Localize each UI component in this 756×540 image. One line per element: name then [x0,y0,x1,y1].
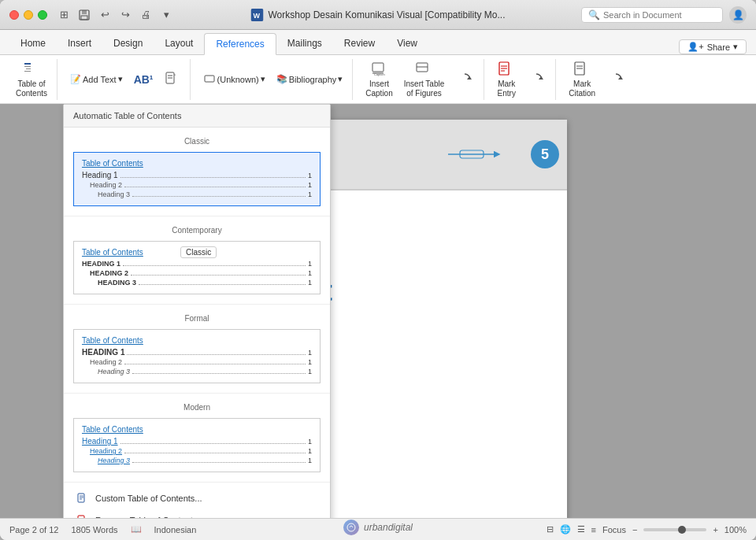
word-count: 1805 Words [71,525,117,534]
classic-tooltip: Classic [180,246,217,258]
page-info: Page 2 of 12 [9,525,58,534]
tab-insert[interactable]: Insert [57,32,102,54]
undo-icon[interactable]: ↩ [98,8,112,22]
insert-footnote-button[interactable]: ¹ [160,68,185,91]
svg-point-37 [347,523,355,531]
web-icon[interactable]: 🌐 [560,524,571,534]
svg-rect-8 [24,71,31,72]
toc-modern-h3: Heading 3 1 [82,457,312,465]
toc-dropdown: Automatic Table of Contents Classic Tabl… [63,104,331,518]
footnotes-group: 📝 Add Text ▾ AB¹ ¹ [61,59,191,100]
bibliography-chevron: ▾ [338,74,343,84]
tab-design[interactable]: Design [102,32,154,54]
share-button[interactable]: 👤+ Share ▾ [679,39,747,54]
table-figures-label: Insert Tableof Figures [404,80,445,98]
more-icon[interactable]: ▾ [159,8,173,22]
toc-modern-h2: Heading 2 1 [82,447,312,457]
update-icon: AB¹ [134,73,154,86]
traffic-lights [9,10,47,20]
svg-rect-1 [82,10,87,14]
caption-icon: Caption [371,61,388,78]
update-citations-button[interactable] [602,61,630,98]
close-button[interactable] [9,10,19,20]
citations-group: (Unknown) ▾ 📚 Bibliography ▾ [194,59,354,100]
toc-group: Table ofContents [6,59,57,100]
update-citations-icon [607,71,624,88]
zoom-out-icon[interactable]: − [632,525,637,534]
svg-marker-24 [539,76,543,80]
table-figures-icon [415,61,432,78]
svg-rect-13 [205,76,214,82]
insert-table-figures-button[interactable]: Insert Tableof Figures [399,61,450,98]
app-window: ⊞ ↩ ↪ 🖨 ▾ W Workshop Desain Komunikasi V… [0,0,756,540]
mark-citation-button[interactable]: MarkCitation [564,61,600,98]
toc-modern-title: Table of Contents [82,425,312,434]
svg-rect-14 [372,63,384,72]
captions-group: Caption InsertCaption Insert Tableof Fig… [356,59,484,100]
update-table-button[interactable]: AB¹ [129,71,158,88]
mark-entry-label: MarkEntry [498,80,516,98]
doc-arrows [444,146,515,163]
contemporary-label: Contemporary [73,223,321,238]
formal-label: Formal [73,311,321,326]
toc-modern-preview[interactable]: Table of Contents Heading 1 1 Heading 2 … [73,418,321,472]
search-bar[interactable]: 🔍 [581,7,723,23]
language: Indonesian [154,525,197,534]
update-figures-button[interactable] [450,61,479,98]
tab-view[interactable]: View [386,32,428,54]
toc-formal-h1: HEADING 1 1 [82,348,312,358]
tab-layout[interactable]: Layout [154,32,204,54]
remove-toc-action[interactable]: Remove Table of Contents [64,509,330,518]
arrow-diagram [444,146,515,163]
svg-text:W: W [253,12,260,20]
minimize-button[interactable] [24,10,33,20]
toc-formal-section: Formal Table of Contents HEADING 1 1 Hea… [64,305,330,394]
tab-mailings[interactable]: Mailings [276,32,333,54]
focus-label[interactable]: Focus [602,525,626,534]
dropdown-actions: Custom Table of Contents... Remove Table… [64,483,330,518]
watermark: urbandigital [343,520,413,535]
insert-caption-button[interactable]: Caption InsertCaption [361,61,397,98]
toc-classic-preview[interactable]: Table of Contents Heading 1 1 Heading 2 … [73,152,321,206]
search-input[interactable] [603,10,713,20]
toc-formal-preview[interactable]: Table of Contents HEADING 1 1 Heading 2 … [73,329,321,383]
outline-icon[interactable]: ☰ [577,524,585,534]
draft-icon[interactable]: ≡ [591,525,596,534]
ribbon-toolbar: Table ofContents 📝 Add Text ▾ AB¹ ¹ [0,55,756,104]
save-icon[interactable] [77,8,91,22]
toc-label: Table ofContents [16,80,47,98]
print-icon[interactable]: 🖨 [139,8,153,22]
custom-toc-icon [76,492,89,505]
bibliography-button[interactable]: 📚 Bibliography ▾ [272,72,348,87]
bibliography-icon: 📚 [276,74,287,84]
user-avatar[interactable]: 👤 [729,6,747,24]
watermark-logo [343,520,359,535]
tab-references[interactable]: References [204,33,276,55]
tab-review[interactable]: Review [333,32,386,54]
toc-classic-h1: Heading 1 1 [82,171,312,181]
custom-toc-action[interactable]: Custom Table of Contents... [64,487,330,509]
share-chevron-icon: ▾ [733,42,738,52]
layout-icon[interactable]: ⊟ [547,524,554,534]
toc-formal-h3: Heading 3 1 [82,368,312,376]
toc-classic-h3: Heading 3 1 [82,190,312,199]
zoom-thumb [678,526,686,534]
style-dropdown[interactable]: (Unknown) ▾ [198,70,270,89]
maximize-button[interactable] [38,10,47,20]
tab-home[interactable]: Home [9,32,57,54]
modern-label: Modern [73,400,321,415]
window-title: Workshop Desain Komunikasi Visual [Compa… [268,9,505,20]
toc-icon-button[interactable]: Table ofContents [11,61,52,98]
zoom-in-icon[interactable]: + [713,525,717,534]
redo-icon[interactable]: ↪ [118,8,132,22]
add-text-button[interactable]: 📝 Add Text ▾ [65,72,128,87]
update-index-button[interactable] [522,61,550,98]
mark-entry-button[interactable]: MarkEntry [492,61,521,98]
footnote-icon: ¹ [165,71,180,88]
svg-rect-6 [24,66,31,67]
svg-rect-2 [81,16,87,20]
zoom-slider[interactable] [643,528,706,531]
toc-modern-section: Modern Table of Contents Heading 1 1 Hea… [64,394,330,483]
svg-marker-28 [618,76,623,80]
svg-rect-29 [78,494,84,502]
